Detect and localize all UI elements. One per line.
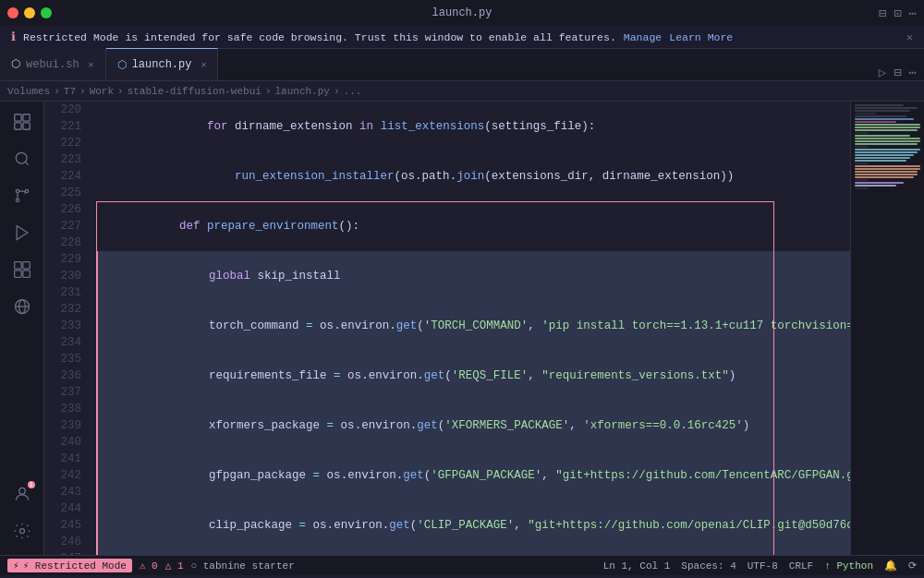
warning-count: ⚠ 0 [140,560,158,572]
toggle-panel-icon[interactable]: ⊡ [894,6,901,21]
error-count: △ 1 [165,560,184,572]
line-226: global skip_install [96,251,850,301]
svg-rect-2 [14,123,20,129]
split-right-icon[interactable]: ⊟ [894,65,901,80]
spaces-indicator[interactable]: Spaces: 4 [681,560,736,572]
more-editor-actions-icon[interactable]: ⋯ [909,65,917,80]
close-button[interactable] [7,7,18,18]
more-actions-icon[interactable]: ⋯ [909,6,917,21]
tab-launch-py[interactable]: ⬡ launch.py ✕ [106,48,219,80]
activity-bar-bottom: 1 [6,477,39,555]
python-file-icon: ⬡ [117,58,127,72]
svg-rect-1 [22,114,29,121]
svg-point-4 [16,152,27,163]
title-bar: launch.py ⊟ ⊡ ⋯ [0,0,924,26]
activity-bar: 1 [0,102,44,555]
line-232: gfpgan_package = os.environ.get('GFPGAN_… [96,451,850,500]
tab-close-icon[interactable]: ✕ [89,59,94,70]
svg-marker-8 [17,226,28,240]
line-numbers: 220 221 222 223 224 225 226 227 228 229 … [44,102,89,555]
editor-actions: ▷ ⊟ ⋯ [879,65,924,80]
line-ending-indicator[interactable]: CRLF [789,560,813,572]
svg-rect-0 [14,114,20,121]
minimap [850,102,924,555]
restricted-mode-indicator[interactable]: ⚡ ⚡ Restricted Mode [7,559,132,572]
breadcrumb-ellipsis: ... [344,86,362,97]
search-activity-icon[interactable] [6,142,39,175]
code-lines: for dirname_extension in list_extensions… [89,102,850,555]
notification-badge: 1 [28,481,35,488]
restricted-label: ⚡ Restricted Mode [23,560,127,572]
svg-rect-12 [22,271,30,278]
svg-rect-11 [14,271,21,278]
tab-close-active-icon[interactable]: ✕ [201,59,206,70]
window-title: launch.py [432,6,492,19]
breadcrumb-volumes[interactable]: Volumes [7,86,50,97]
svg-rect-10 [22,262,30,270]
warnings-indicator[interactable]: ⚠ 0 [140,560,158,572]
line-231: xformers_package = os.environ.get('XFORM… [96,401,850,451]
warning-bar: ℹ Restricted Mode is intended for safe c… [0,26,924,49]
svg-point-15 [18,488,25,494]
accounts-activity-icon[interactable]: 1 [6,477,39,511]
cursor-position[interactable]: Ln 1, Col 1 [603,560,671,572]
svg-rect-3 [22,123,29,129]
breadcrumb-launch-py[interactable]: launch.py [275,86,330,97]
warning-info-icon: ℹ [11,30,16,44]
errors-indicator[interactable]: △ 1 [165,560,184,572]
encoding-indicator[interactable]: UTF-8 [748,560,778,572]
editor-area: 220 221 222 223 224 225 226 227 228 229 … [44,102,924,555]
breadcrumb-work[interactable]: Work [90,86,114,97]
code-content: 220 221 222 223 224 225 226 227 228 229 … [44,102,850,555]
source-control-activity-icon[interactable] [6,179,39,212]
line-222: run_extension_installer(os.path.join(ext… [96,151,850,201]
tab-webui-sh[interactable]: ⬡ webui.sh ✕ [0,48,106,80]
settings-activity-icon[interactable] [6,514,39,548]
maximize-button[interactable] [41,7,52,18]
status-bar-right: Ln 1, Col 1 Spaces: 4 UTF-8 CRLF ↑ Pytho… [603,560,917,572]
restricted-icon: ⚡ [13,560,19,572]
line-221: for dirname_extension in list_extensions… [96,102,850,151]
tab-label: webui.sh [26,58,79,71]
window-controls [7,7,52,18]
line-234: openclip_package = os.environ.get('OPENC… [96,550,850,555]
minimap-content [851,102,924,192]
sync-icon[interactable]: ⟳ [908,560,917,572]
line-229: requirements_file = os.environ.get('REQS… [96,351,850,401]
warning-close-button[interactable]: ✕ [906,30,913,43]
tabnine-indicator[interactable]: ○ tabnine starter [191,560,295,572]
main-content: 1 220 221 222 223 224 225 [0,102,924,555]
manage-link[interactable]: Manage [624,31,662,43]
title-bar-actions: ⊟ ⊡ ⋯ [879,6,917,21]
code-editor[interactable]: 220 221 222 223 224 225 226 227 228 229 … [44,102,850,555]
language-indicator[interactable]: ↑ Python [824,560,873,572]
line-233: clip_package = os.environ.get('CLIP_PACK… [96,500,850,550]
tab-bar: ⬡ webui.sh ✕ ⬡ launch.py ✕ ▷ ⊟ ⋯ [0,49,924,81]
split-editor-icon[interactable]: ⊟ [879,6,886,21]
learn-more-link[interactable]: Learn More [669,31,733,43]
bell-icon[interactable]: 🔔 [884,560,897,572]
status-bar: ⚡ ⚡ Restricted Mode ⚠ 0 △ 1 ○ tabnine st… [0,555,924,575]
line-225: def prepare_environment(): [96,201,850,251]
breadcrumb-t7[interactable]: T7 [64,86,76,97]
run-debug-activity-icon[interactable] [6,216,39,249]
extensions-activity-icon[interactable] [6,253,39,286]
line-228: torch_command = os.environ.get('TORCH_CO… [96,301,850,351]
status-bar-left: ⚡ ⚡ Restricted Mode ⚠ 0 △ 1 ○ tabnine st… [7,559,295,572]
svg-point-5 [16,189,18,192]
breadcrumb: Volumes › T7 › Work › stable-diffusion-w… [0,81,924,102]
explorer-activity-icon[interactable] [6,105,39,138]
svg-point-7 [16,199,18,201]
tab-label-active: launch.py [132,58,192,71]
svg-point-16 [19,529,24,534]
breadcrumb-stable-diffusion[interactable]: stable-diffusion-webui [128,86,261,97]
shell-file-icon: ⬡ [11,57,20,71]
remote-explorer-activity-icon[interactable] [6,290,39,323]
svg-rect-9 [14,262,21,270]
minimize-button[interactable] [24,7,35,18]
warning-text: Restricted Mode is intended for safe cod… [23,31,616,43]
run-python-icon[interactable]: ▷ [879,65,886,80]
